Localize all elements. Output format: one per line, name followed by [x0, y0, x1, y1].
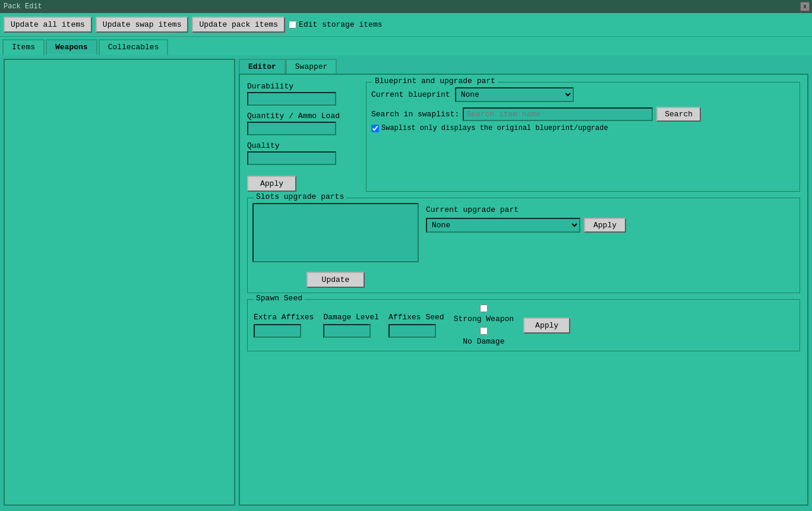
app-title: Pack Edit	[4, 2, 42, 11]
update-pack-items-button[interactable]: Update pack items	[192, 17, 285, 33]
blueprint-section: Blueprint and upgrade part Current bluep…	[366, 82, 800, 192]
search-item-input[interactable]	[463, 107, 653, 121]
swaplist-check-row: Swaplist only displays the original blue…	[371, 124, 795, 132]
left-fields: Durability 233 Quantity / Ammo Load 1 Qu…	[247, 82, 354, 192]
quantity-input[interactable]: 1	[247, 122, 336, 135]
main-tabs: Items Weapons Collecables	[0, 37, 812, 55]
current-blueprint-row: Current blueprint None	[371, 87, 795, 102]
tab-collecables[interactable]: Collecables	[99, 39, 169, 55]
damage-level-label: Damage Level	[323, 313, 379, 322]
upgrade-part-select[interactable]: None	[426, 218, 580, 233]
search-row: Search in swaplist: Search	[371, 107, 795, 122]
upgrade-part-col: Current upgrade part None Apply	[426, 203, 626, 288]
close-button[interactable]: x	[800, 2, 810, 11]
affixes-seed-label: Affixes Seed	[388, 313, 444, 322]
tab-items[interactable]: Items	[2, 39, 45, 55]
upgrade-apply-button[interactable]: Apply	[584, 218, 626, 233]
swaplist-checkbox[interactable]	[371, 125, 379, 132]
extra-affixes-label: Extra Affixes	[254, 313, 314, 322]
no-damage-text: No Damage	[463, 337, 504, 346]
no-damage-label[interactable]: No Damage	[454, 327, 514, 346]
edit-storage-label[interactable]: Edit storage items	[289, 20, 382, 29]
spawn-section: Spawn Seed Extra Affixes 13 Damage Level…	[247, 299, 800, 351]
strong-weapon-text: Strong Weapon	[454, 315, 514, 323]
extra-affixes-input[interactable]: 13	[254, 324, 301, 338]
extra-affixes-field: Extra Affixes 13	[254, 313, 314, 338]
spawn-legend: Spawn Seed	[254, 294, 305, 303]
current-blueprint-label: Current blueprint	[371, 90, 450, 99]
editor-top: Durability 233 Quantity / Ammo Load 1 Qu…	[247, 82, 800, 192]
spawn-checks: Strong Weapon No Damage	[454, 304, 514, 346]
upgrade-row: None Apply	[426, 218, 626, 233]
main-area: Editor Swapper Durability 233 Quantity /…	[0, 55, 812, 509]
strong-weapon-checkbox[interactable]	[480, 304, 488, 312]
quantity-label: Quantity / Ammo Load	[247, 112, 354, 120]
search-button[interactable]: Search	[656, 107, 701, 122]
slots-section: Slots upgrade parts Update Current upgra…	[247, 198, 800, 293]
right-panel: Editor Swapper Durability 233 Quantity /…	[239, 59, 808, 506]
slots-list[interactable]	[252, 203, 419, 262]
inner-tabs: Editor Swapper	[239, 59, 808, 74]
quality-input[interactable]: 6	[247, 151, 336, 165]
strong-weapon-label[interactable]: Strong Weapon	[454, 304, 514, 323]
affixes-seed-field: Affixes Seed 524287	[388, 313, 444, 338]
swaplist-check-label: Swaplist only displays the original blue…	[381, 124, 608, 132]
no-damage-checkbox[interactable]	[480, 327, 488, 335]
current-upgrade-label: Current upgrade part	[426, 205, 626, 214]
editor-apply-button[interactable]: Apply	[247, 176, 296, 192]
slots-list-col: Update	[252, 203, 419, 288]
edit-storage-checkbox[interactable]	[289, 21, 296, 28]
damage-level-input[interactable]: 12	[323, 324, 371, 338]
inner-tab-editor[interactable]: Editor	[239, 59, 286, 74]
tab-weapons[interactable]: Weapons	[46, 39, 97, 55]
damage-level-field: Damage Level 12	[323, 313, 379, 338]
update-swap-items-button[interactable]: Update swap items	[96, 17, 189, 33]
search-in-swaplist-label: Search in swaplist:	[371, 110, 459, 119]
slots-legend: Slots upgrade parts	[254, 192, 346, 201]
update-all-items-button[interactable]: Update all items	[4, 17, 92, 33]
inner-tab-swapper[interactable]: Swapper	[286, 59, 337, 74]
edit-storage-text: Edit storage items	[299, 20, 382, 29]
quantity-group: Quantity / Ammo Load 1	[247, 112, 354, 135]
toolbar: Update all items Update swap items Updat…	[0, 13, 812, 37]
update-button[interactable]: Update	[307, 272, 365, 288]
quality-group: Quality 6	[247, 141, 354, 165]
quality-label: Quality	[247, 141, 354, 150]
durability-label: Durability	[247, 82, 354, 91]
editor-content: Durability 233 Quantity / Ammo Load 1 Qu…	[239, 74, 808, 506]
affixes-seed-input[interactable]: 524287	[388, 324, 436, 338]
durability-input[interactable]: 233	[247, 92, 336, 106]
current-blueprint-select[interactable]: None	[455, 87, 574, 102]
blueprint-legend: Blueprint and upgrade part	[372, 77, 498, 85]
durability-group: Durability 233	[247, 82, 354, 106]
item-list-panel	[4, 59, 235, 506]
title-bar: Pack Edit x	[0, 0, 812, 13]
spawn-apply-button[interactable]: Apply	[523, 318, 570, 334]
